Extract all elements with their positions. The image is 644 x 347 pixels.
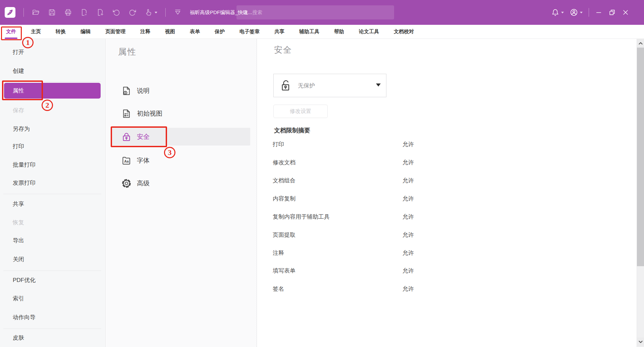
menu-protect[interactable]: 保护: [215, 28, 225, 35]
account-caret-icon[interactable]: [580, 12, 583, 13]
annotation-step-1: 1: [22, 37, 34, 48]
restore-window-button[interactable]: [608, 9, 616, 16]
undo-icon[interactable]: [112, 8, 120, 16]
restriction-value: 允许: [402, 177, 414, 184]
restriction-row-page-extraction: 页面提取 允许: [273, 231, 434, 239]
sidebar-item-close[interactable]: 关闭: [0, 252, 106, 267]
save-icon[interactable]: [48, 8, 56, 16]
sidebar-item-batch-print[interactable]: 批量打印: [0, 157, 106, 173]
properties-item-label: 字体: [137, 156, 150, 165]
redo-icon[interactable]: [128, 8, 137, 16]
new-document-icon[interactable]: [96, 8, 104, 16]
menu-accessibility[interactable]: 辅助工具: [299, 28, 319, 35]
sidebar-item-invoice-print[interactable]: 发票打印: [0, 175, 106, 191]
sidebar-item-save-as[interactable]: 另存为: [0, 121, 106, 137]
menu-share[interactable]: 共享: [274, 28, 284, 35]
hand-tool-icon[interactable]: [145, 8, 157, 16]
unlock-icon: [281, 80, 291, 91]
properties-item-label: 高级: [137, 179, 150, 188]
minimize-button[interactable]: [595, 9, 602, 16]
sidebar-item-export[interactable]: 导出: [0, 233, 106, 248]
restriction-label: 签名: [273, 286, 284, 292]
search-input[interactable]: 搜索: [236, 5, 394, 19]
menu-comment[interactable]: 注释: [140, 28, 150, 35]
restriction-value: 允许: [402, 195, 414, 203]
scrollbar-down-arrow[interactable]: [637, 338, 644, 346]
restriction-row-changing: 修改文档 允许: [273, 159, 434, 167]
properties-item-advanced[interactable]: 高级: [111, 175, 250, 192]
annotation-box-properties: [2, 80, 43, 100]
restriction-label: 注释: [273, 250, 284, 256]
restriction-label: 内容复制: [273, 195, 296, 202]
restriction-value: 允许: [402, 231, 414, 239]
menu-page-organize[interactable]: 页面管理: [105, 28, 125, 35]
doc-info-icon: [121, 86, 131, 96]
foxit-logo[interactable]: [5, 7, 15, 18]
menu-convert[interactable]: 转换: [56, 28, 66, 35]
restrictions-summary-title: 文档限制摘要: [274, 126, 310, 134]
open-file-icon[interactable]: [32, 8, 40, 16]
menu-view[interactable]: 视图: [165, 28, 175, 35]
restriction-row-form-filling: 填写表单 允许: [273, 267, 434, 275]
restriction-value: 允许: [402, 249, 414, 257]
menu-form[interactable]: 表单: [190, 28, 200, 35]
menubar: 文件 主页 转换 编辑 页面管理 注释 视图 表单 保护 电子签章 共享 辅助工…: [0, 25, 644, 39]
sidebar-divider: [3, 329, 101, 329]
sidebar-item-index[interactable]: 索引: [0, 291, 106, 306]
properties-panel: 属性 说明 初始视图 安全 Aa 字体 高级: [106, 39, 257, 347]
chevron-down-icon: [639, 341, 643, 343]
chevron-up-icon: [639, 42, 643, 45]
restriction-value: 允许: [402, 213, 414, 221]
menu-paper-tools[interactable]: 论文工具: [359, 28, 379, 35]
toolbar-separator: [589, 8, 589, 17]
sidebar-item-revert[interactable]: 恢复: [0, 215, 106, 230]
sidebar-item-create[interactable]: 创建: [0, 63, 106, 79]
sidebar-item-pdf-optimize[interactable]: PDF优化: [0, 273, 106, 288]
scrollbar-up-arrow[interactable]: [637, 39, 644, 48]
menu-proofread[interactable]: 文档校对: [394, 28, 414, 35]
security-panel: 安全 无保护 修改设置 文档限制摘要 打印 允许 修改文档 允许 文档组合 允许: [257, 39, 636, 347]
menu-edit[interactable]: 编辑: [80, 28, 91, 35]
protection-mode-value: 无保护: [298, 82, 315, 90]
close-window-button[interactable]: [622, 9, 629, 16]
menu-home[interactable]: 主页: [31, 28, 41, 35]
restriction-label: 复制内容用于辅助工具: [273, 214, 330, 220]
account-icon[interactable]: [570, 8, 583, 16]
restriction-row-commenting: 注释 允许: [273, 249, 434, 257]
initial-view-icon: [121, 109, 131, 119]
sidebar-item-print[interactable]: 打印: [0, 139, 106, 154]
sidebar-item-action-wizard[interactable]: 动作向导: [0, 310, 106, 325]
annotation-step-2: 2: [42, 100, 53, 111]
print-icon[interactable]: [64, 8, 72, 16]
properties-item-label: 初始视图: [137, 109, 162, 118]
font-icon: Aa: [121, 156, 131, 166]
restriction-label: 页面提取: [273, 232, 296, 238]
properties-item-fonts[interactable]: Aa 字体: [111, 152, 250, 169]
toolbar-separator: [165, 8, 166, 17]
collapse-toolbar-icon[interactable]: [174, 8, 182, 16]
properties-item-description[interactable]: 说明: [111, 82, 250, 99]
restriction-value: 允许: [402, 285, 414, 293]
protection-mode-dropdown[interactable]: 无保护: [273, 74, 386, 97]
modify-settings-button[interactable]: 修改设置: [273, 105, 328, 118]
sidebar-item-open[interactable]: 打开: [0, 45, 106, 60]
scrollbar-thumb[interactable]: [637, 48, 644, 266]
properties-panel-title: 属性: [118, 46, 137, 57]
hand-tool-caret-icon[interactable]: [155, 12, 157, 13]
menu-esign[interactable]: 电子签章: [239, 28, 260, 35]
restriction-label: 填写表单: [273, 268, 296, 274]
sidebar-item-skin[interactable]: 皮肤: [0, 330, 106, 346]
notifications-caret-icon[interactable]: [561, 12, 564, 13]
restriction-label: 文档组合: [273, 177, 296, 184]
dropdown-arrow-icon[interactable]: [376, 83, 381, 86]
sidebar-item-share[interactable]: 共享: [0, 196, 106, 212]
notifications-bell-icon[interactable]: [551, 9, 564, 16]
menu-help[interactable]: 帮助: [334, 28, 344, 35]
properties-item-initial-view[interactable]: 初始视图: [111, 105, 250, 122]
search-icon: [242, 9, 249, 16]
search-placeholder: 搜索: [252, 9, 262, 16]
annotation-box-file-menu: [1, 26, 22, 40]
restriction-row-assembly: 文档组合 允许: [273, 177, 434, 185]
vertical-scrollbar[interactable]: [637, 39, 644, 347]
close-document-icon[interactable]: [80, 8, 88, 16]
